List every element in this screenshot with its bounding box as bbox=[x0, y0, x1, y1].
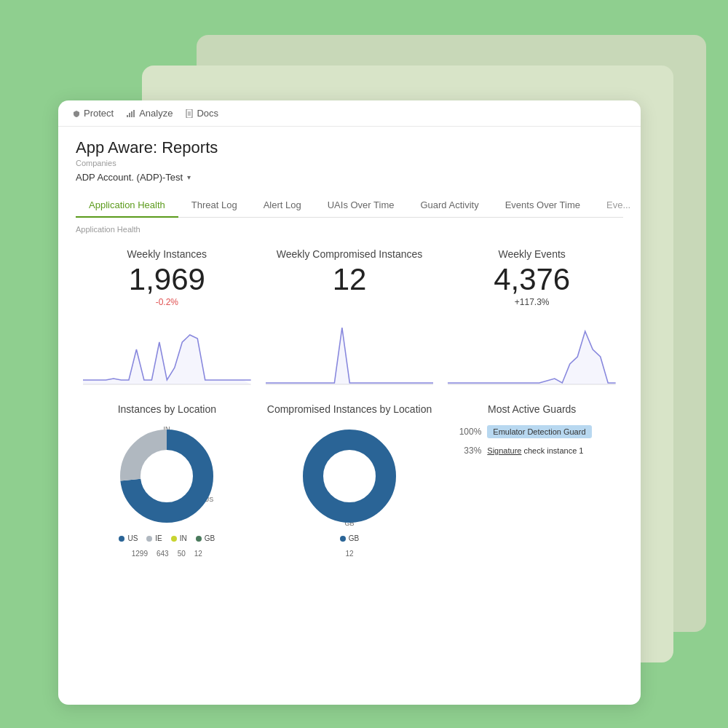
docs-icon bbox=[186, 109, 193, 118]
chart-weekly-instances bbox=[76, 320, 258, 386]
legend-val-us: 1299 bbox=[132, 550, 148, 558]
legend-val-in: 50 bbox=[178, 550, 186, 558]
page-title: App Aware: Reports bbox=[76, 138, 623, 157]
metric-change-2: +117.3% bbox=[448, 297, 616, 307]
protect-icon bbox=[73, 110, 80, 117]
legend-ie: IE bbox=[146, 534, 162, 542]
metric-title-2: Weekly Events bbox=[448, 248, 616, 260]
guard-item-1: 33% Signature Signature check instance 1… bbox=[455, 446, 609, 456]
legend-dot-gb-2 bbox=[340, 536, 346, 542]
metric-value-1: 12 bbox=[266, 264, 434, 295]
chart-row bbox=[76, 320, 623, 386]
analyze-icon bbox=[127, 110, 135, 117]
tab-application-health[interactable]: Application Health bbox=[76, 194, 178, 218]
legend-val-gb: 12 bbox=[194, 550, 202, 558]
nav-label-docs: Docs bbox=[197, 108, 218, 119]
legend-gb: GB bbox=[196, 534, 215, 542]
legend-dot-gb bbox=[196, 536, 202, 542]
legend-dot-us bbox=[119, 536, 124, 542]
compromised-values: 12 bbox=[266, 550, 434, 558]
instances-by-location: Instances by Location IN IE US bbox=[76, 397, 258, 563]
nav-label-protect: Protect bbox=[84, 108, 114, 119]
svg-point-18 bbox=[141, 451, 192, 502]
tab-alert-log[interactable]: Alert Log bbox=[250, 194, 314, 218]
nav-item-analyze[interactable]: Analyze bbox=[127, 108, 173, 119]
nav-label-analyze: Analyze bbox=[139, 108, 173, 119]
legend-dot-in bbox=[171, 536, 177, 542]
lower-section: Instances by Location IN IE US bbox=[76, 397, 623, 563]
main-card: Protect Analyze Docs App Aware: Reports … bbox=[58, 100, 641, 705]
content-area: App Aware: Reports Companies ADP Account… bbox=[58, 127, 641, 563]
metric-weekly-compromised: Weekly Compromised Instances 12 bbox=[258, 242, 441, 313]
instances-values: 1299 643 50 12 bbox=[83, 550, 251, 558]
guards-list: 100% Emulator Detection Guard 33% Signat… bbox=[448, 425, 616, 456]
metrics-row: Weekly Instances 1,969 -0.2% Weekly Comp… bbox=[76, 240, 623, 316]
svg-rect-0 bbox=[127, 115, 128, 117]
metric-weekly-events: Weekly Events 4,376 +117.3% bbox=[440, 242, 623, 313]
tabs-row: Application Health Threat Log Alert Log … bbox=[76, 193, 623, 218]
svg-point-21 bbox=[324, 451, 375, 502]
guard-pct-1: 33% bbox=[455, 446, 481, 456]
svg-rect-1 bbox=[129, 113, 130, 117]
metric-title-1: Weekly Compromised Instances bbox=[266, 248, 434, 260]
chart-weekly-events bbox=[440, 320, 623, 386]
instances-legend: US IE IN GB bbox=[83, 534, 251, 542]
metric-change-0: -0.2% bbox=[83, 297, 251, 307]
guard-label-1: Signature Signature check instance 1 che… bbox=[487, 446, 583, 455]
chart-weekly-compromised bbox=[258, 320, 441, 386]
tab-uais-over-time[interactable]: UAIs Over Time bbox=[314, 194, 408, 218]
guard-pct-0: 100% bbox=[455, 427, 481, 437]
tab-events-over-time[interactable]: Events Over Time bbox=[492, 194, 593, 218]
chevron-down-icon: ▾ bbox=[187, 173, 191, 181]
metric-title-0: Weekly Instances bbox=[83, 248, 251, 260]
guards-title: Most Active Guards bbox=[448, 403, 616, 415]
tab-guard-activity[interactable]: Guard Activity bbox=[407, 194, 491, 218]
guard-item-0: 100% Emulator Detection Guard bbox=[455, 425, 609, 438]
metric-weekly-instances: Weekly Instances 1,969 -0.2% bbox=[76, 242, 258, 313]
legend-gb-2: GB bbox=[340, 534, 359, 542]
nav-item-protect[interactable]: Protect bbox=[73, 108, 114, 119]
tab-threat-log[interactable]: Threat Log bbox=[178, 194, 250, 218]
legend-us: US bbox=[119, 534, 138, 542]
company-name: ADP Account. (ADP)-Test bbox=[76, 172, 183, 183]
legend-dot-ie bbox=[146, 536, 152, 542]
legend-in: IN bbox=[171, 534, 187, 542]
svg-rect-2 bbox=[131, 111, 132, 117]
metric-value-2: 4,376 bbox=[448, 264, 616, 295]
metric-value-0: 1,969 bbox=[83, 264, 251, 295]
companies-label: Companies bbox=[76, 159, 623, 167]
legend-val-gb-2: 12 bbox=[345, 550, 353, 558]
donut-compromised: GB bbox=[298, 425, 400, 527]
most-active-guards: Most Active Guards 100% Emulator Detecti… bbox=[440, 397, 623, 563]
compromised-legend: GB bbox=[266, 534, 434, 542]
compromised-location-title: Compromised Instances by Location bbox=[266, 403, 434, 415]
svg-rect-3 bbox=[133, 110, 135, 117]
nav-bar: Protect Analyze Docs bbox=[58, 100, 641, 127]
donut-instances: IN IE US bbox=[116, 425, 218, 527]
section-label: Application Health bbox=[76, 218, 623, 240]
compromised-by-location: Compromised Instances by Location GB GB bbox=[258, 397, 441, 563]
instances-location-title: Instances by Location bbox=[83, 403, 251, 415]
tab-more[interactable]: Eve... bbox=[593, 194, 641, 218]
nav-item-docs[interactable]: Docs bbox=[186, 108, 218, 119]
legend-val-ie: 643 bbox=[157, 550, 169, 558]
company-selector[interactable]: ADP Account. (ADP)-Test ▾ bbox=[76, 172, 623, 183]
guard-label-0: Emulator Detection Guard bbox=[487, 425, 591, 438]
